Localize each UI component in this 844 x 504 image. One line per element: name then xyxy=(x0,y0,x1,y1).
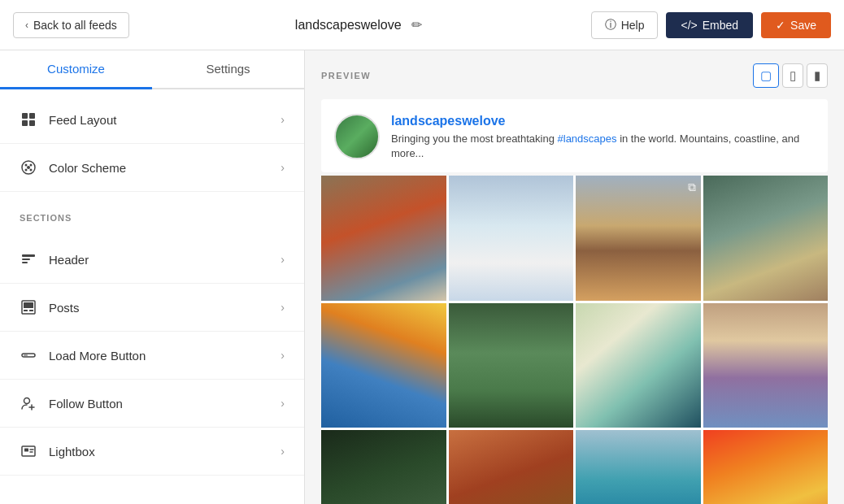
chevron-right-icon: › xyxy=(281,113,285,126)
topbar-center: landscapeswelove ✏ xyxy=(295,14,425,36)
svg-rect-21 xyxy=(24,449,28,452)
sidebar-item-lightbox[interactable]: Lightbox › xyxy=(0,428,304,476)
sidebar-item-left: Follow Button xyxy=(20,394,123,412)
post-image xyxy=(703,176,829,301)
sidebar-item-load-more[interactable]: Load More Button › xyxy=(0,332,304,380)
sidebar-tabs: Customize Settings xyxy=(0,50,304,89)
sidebar-item-color-scheme[interactable]: Color Scheme › xyxy=(0,144,304,192)
profile-bio: Bringing you the most breathtaking #land… xyxy=(391,132,815,161)
header-label: Header xyxy=(49,253,89,267)
preview-header: PREVIEW ▢ ▯ ▮ xyxy=(321,63,828,88)
sidebar-item-posts[interactable]: Posts › xyxy=(0,284,304,332)
instagram-profile-header: landscapeswelove Bringing you the most b… xyxy=(321,99,828,172)
mobile-icon: ▮ xyxy=(814,68,820,82)
follow-icon xyxy=(20,394,37,412)
svg-rect-1 xyxy=(29,113,35,119)
header-icon xyxy=(20,250,37,268)
svg-rect-0 xyxy=(22,113,28,119)
sidebar-item-left: Feed Layout xyxy=(20,111,116,128)
save-label: Save xyxy=(790,19,816,32)
help-button[interactable]: ⓘ Help xyxy=(591,11,659,39)
posts-icon xyxy=(20,298,37,316)
mobile-view-button[interactable]: ▮ xyxy=(807,63,828,88)
chevron-left-icon: ‹ xyxy=(25,20,28,31)
desktop-view-button[interactable]: ▢ xyxy=(753,63,779,88)
topbar-right: ⓘ Help </> Embed ✓ Save xyxy=(591,11,831,39)
multi-image-icon: ⧉ xyxy=(688,180,696,194)
palette-icon xyxy=(20,159,37,176)
svg-point-19 xyxy=(24,398,30,404)
tablet-view-button[interactable]: ▯ xyxy=(782,63,803,88)
tab-customize[interactable]: Customize xyxy=(0,50,152,89)
post-image xyxy=(449,303,574,428)
help-icon: ⓘ xyxy=(605,18,616,33)
load-more-label: Load More Button xyxy=(49,349,146,363)
edit-feed-name-button[interactable]: ✏ xyxy=(408,14,425,36)
post-image xyxy=(576,303,701,428)
hashtag-highlight: #landscapes xyxy=(558,133,617,145)
svg-point-7 xyxy=(25,169,28,172)
grid-item[interactable] xyxy=(321,430,446,504)
code-icon: </> xyxy=(681,19,697,32)
sidebar-item-left: Header xyxy=(20,250,89,268)
post-image xyxy=(703,430,829,504)
post-image xyxy=(576,176,701,301)
grid-item[interactable] xyxy=(576,430,701,504)
tab-settings[interactable]: Settings xyxy=(152,50,304,89)
preview-label: PREVIEW xyxy=(321,71,371,80)
grid-item[interactable] xyxy=(449,176,574,301)
grid-item[interactable] xyxy=(449,303,574,428)
grid-item[interactable] xyxy=(703,303,829,428)
grid-item[interactable] xyxy=(576,303,701,428)
grid-item[interactable]: ⧉ xyxy=(576,176,701,301)
sidebar-main-section: Feed Layout › xyxy=(0,89,304,198)
grid-item[interactable] xyxy=(321,303,446,428)
grid-icon xyxy=(20,111,37,128)
grid-item[interactable] xyxy=(703,430,829,504)
feed-name: landscapeswelove xyxy=(295,18,402,33)
svg-rect-11 xyxy=(22,259,30,260)
topbar: ‹ Back to all feeds landscapeswelove ✏ ⓘ… xyxy=(0,0,844,50)
grid-item[interactable] xyxy=(703,176,829,301)
svg-rect-16 xyxy=(29,310,33,311)
preview-area: PREVIEW ▢ ▯ ▮ landscapeswelove Bringing … xyxy=(305,50,844,504)
sidebar: Customize Settings xyxy=(0,50,305,504)
sidebar-item-left: Posts xyxy=(20,298,80,316)
pencil-icon: ✏ xyxy=(411,18,422,32)
svg-point-5 xyxy=(25,164,28,167)
lightbox-icon xyxy=(20,442,37,460)
svg-point-8 xyxy=(30,169,33,172)
image-grid: ⧉ xyxy=(321,176,828,504)
follow-button-label: Follow Button xyxy=(49,397,123,411)
sidebar-item-left: Load More Button xyxy=(20,346,146,364)
post-image xyxy=(321,176,446,301)
save-button[interactable]: ✓ Save xyxy=(761,12,831,38)
chevron-right-icon: › xyxy=(281,445,285,458)
svg-rect-3 xyxy=(29,120,35,126)
svg-rect-2 xyxy=(22,120,28,126)
sidebar-item-feed-layout[interactable]: Feed Layout › xyxy=(0,96,304,144)
tablet-icon: ▯ xyxy=(790,68,796,82)
embed-label: Embed xyxy=(703,19,738,32)
grid-item[interactable] xyxy=(449,430,574,504)
posts-label: Posts xyxy=(49,301,80,315)
embed-button[interactable]: </> Embed xyxy=(666,12,753,38)
back-button[interactable]: ‹ Back to all feeds xyxy=(13,12,129,38)
post-image xyxy=(449,430,574,504)
chevron-right-icon: › xyxy=(281,349,285,362)
chevron-right-icon: › xyxy=(281,253,285,266)
profile-info: landscapeswelove Bringing you the most b… xyxy=(391,114,815,161)
svg-rect-18 xyxy=(24,355,28,356)
profile-name[interactable]: landscapeswelove xyxy=(391,114,815,128)
grid-item[interactable] xyxy=(321,176,446,301)
help-label: Help xyxy=(621,19,645,32)
svg-rect-14 xyxy=(24,302,33,308)
device-buttons: ▢ ▯ ▮ xyxy=(753,63,828,88)
color-scheme-label: Color Scheme xyxy=(49,161,126,175)
post-image xyxy=(576,430,701,504)
svg-rect-12 xyxy=(22,262,28,263)
chevron-right-icon: › xyxy=(281,397,285,410)
sidebar-item-follow-button[interactable]: Follow Button › xyxy=(0,380,304,428)
desktop-icon: ▢ xyxy=(760,68,772,82)
sidebar-item-header[interactable]: Header › xyxy=(0,236,304,284)
